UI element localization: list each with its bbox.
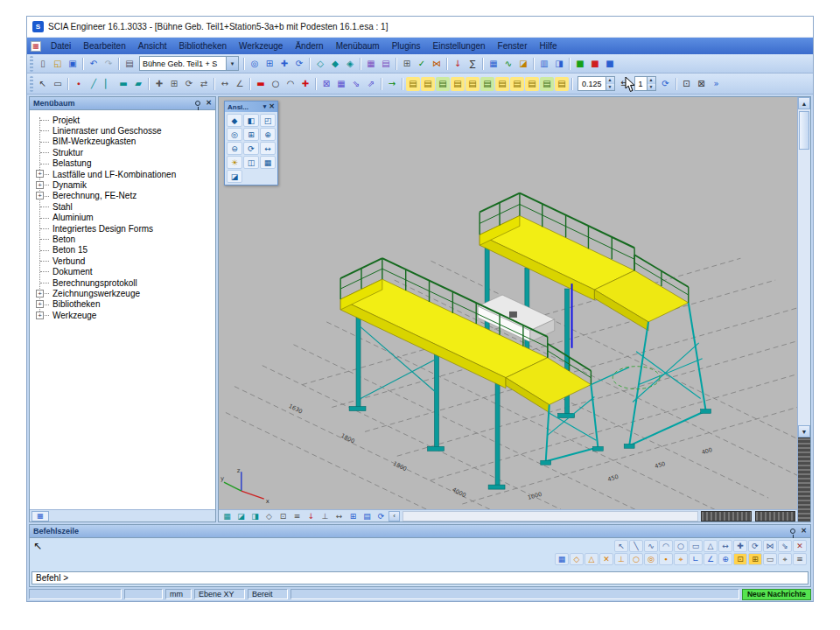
rotate-view-icon[interactable]: ⟳ bbox=[292, 57, 306, 71]
wireframe-mode-icon[interactable]: ▦ bbox=[220, 510, 234, 522]
blue-cube-icon[interactable]: ■ bbox=[603, 57, 617, 71]
cursor-step-icon[interactable]: ▭ bbox=[763, 553, 777, 565]
member-icon[interactable]: ╱ bbox=[87, 77, 101, 91]
table-input-icon[interactable]: ▦ bbox=[334, 77, 348, 91]
tree-expander-icon[interactable] bbox=[36, 224, 44, 232]
line-tool-icon[interactable]: ╲ bbox=[629, 540, 643, 552]
angle-dim-icon[interactable]: ∠ bbox=[233, 77, 247, 91]
tree-item-label[interactable]: Verbund bbox=[52, 256, 85, 266]
tree-item-label[interactable]: Struktur bbox=[52, 148, 83, 158]
snap-settings-icon[interactable]: ≡ bbox=[793, 553, 807, 565]
tree-item[interactable]: Lastfälle und LF-Kombinationen bbox=[30, 169, 215, 179]
clipboard-icon[interactable]: ⊠ bbox=[319, 77, 333, 91]
tree-item[interactable]: Dynamik bbox=[30, 179, 215, 190]
repeat-spinner[interactable]: 1 ▲▼ bbox=[634, 76, 656, 91]
menu-item[interactable]: Einstellungen bbox=[427, 39, 492, 52]
hidden-line-mode-icon[interactable]: ◨ bbox=[248, 510, 262, 522]
tree-item[interactable]: Beton bbox=[30, 234, 215, 244]
view-palette-header[interactable]: Ansi... ▾ ✕ bbox=[225, 102, 277, 112]
pan-view-icon[interactable]: ↔ bbox=[260, 142, 276, 155]
drawing-layer-icon-4[interactable]: ▤ bbox=[451, 77, 465, 91]
combinations-icon[interactable]: ∑ bbox=[466, 57, 480, 71]
tree-item[interactable]: Werkzeuge bbox=[30, 310, 215, 320]
tree-item[interactable]: Aluminium bbox=[30, 213, 215, 223]
close-icon[interactable]: ✕ bbox=[206, 100, 212, 107]
tree-item[interactable]: Integriertes Design Forms bbox=[30, 223, 215, 234]
model-tab-icon[interactable]: ▦ bbox=[32, 511, 49, 522]
zoom-all-icon[interactable]: ◎ bbox=[248, 57, 262, 71]
print-icon[interactable]: ▤ bbox=[122, 57, 136, 71]
calculator-icon[interactable]: ⊞ bbox=[400, 57, 414, 71]
select-window-icon[interactable]: ▭ bbox=[51, 77, 65, 91]
drawing-layer-icon-8[interactable]: ▤ bbox=[510, 77, 524, 91]
import-icon[interactable]: ⇗ bbox=[364, 77, 378, 91]
tree-item-label[interactable]: Stahl bbox=[52, 202, 73, 212]
check-structure-icon[interactable]: ✓ bbox=[415, 57, 429, 71]
supports-display-icon[interactable]: ⊥ bbox=[318, 510, 332, 522]
spinner-down-icon[interactable]: ▼ bbox=[606, 84, 614, 91]
menu-item[interactable]: Bearbeiten bbox=[77, 39, 131, 52]
mirror-icon[interactable]: ⇄ bbox=[197, 77, 211, 91]
more-tools-icon[interactable]: » bbox=[710, 77, 724, 91]
tree-item-label[interactable]: Aluminium bbox=[52, 213, 94, 222]
view-axonometric-icon[interactable]: ◆ bbox=[227, 114, 242, 127]
layers-icon[interactable]: ▤ bbox=[379, 57, 393, 71]
dimensions-display-icon[interactable]: ↔ bbox=[332, 510, 346, 522]
menu-item[interactable]: Fenster bbox=[492, 39, 534, 52]
select-arrow-icon[interactable]: ↖ bbox=[36, 77, 50, 91]
perspective-icon[interactable]: ◇ bbox=[262, 510, 276, 522]
coordinates-icon[interactable]: ⌖ bbox=[778, 553, 792, 565]
connect-members-icon[interactable]: ⋈ bbox=[430, 57, 444, 71]
tree-item-label[interactable]: Bibliotheken bbox=[52, 299, 100, 309]
chevron-down-icon[interactable]: ▾ bbox=[226, 57, 238, 70]
drawing-layer-icon-9[interactable]: ▤ bbox=[525, 77, 539, 91]
refresh-view-icon[interactable]: ⟳ bbox=[659, 77, 673, 91]
labels-icon[interactable]: ≡ bbox=[290, 510, 304, 522]
zoom-all-icon[interactable]: ◎ bbox=[227, 128, 242, 141]
hidden-line-icon[interactable]: ◈ bbox=[343, 57, 357, 71]
tree-item-label[interactable]: Dynamik bbox=[52, 180, 87, 190]
view-settings-icon[interactable]: ▦ bbox=[260, 156, 276, 169]
tree-item-label[interactable]: Beton 15 bbox=[52, 245, 88, 255]
tree-item-label[interactable]: Zeichnungswerkzeuge bbox=[52, 289, 140, 298]
tree-item-label[interactable]: Berechnung, FE-Netz bbox=[52, 191, 136, 200]
drawing-layer-icon-10[interactable]: ▤ bbox=[540, 77, 554, 91]
tree-expander-icon[interactable] bbox=[36, 246, 44, 254]
drawing-layer-icon-7[interactable]: ▤ bbox=[495, 77, 509, 91]
green-cube-icon[interactable]: ■ bbox=[573, 57, 587, 71]
red-cube-icon[interactable]: ■ bbox=[588, 57, 602, 71]
tree-expander-icon[interactable] bbox=[36, 257, 44, 265]
tree-item[interactable]: Bibliotheken bbox=[30, 299, 215, 310]
tree-item-label[interactable]: Projekt bbox=[52, 116, 80, 125]
spinner-down-icon[interactable]: ▼ bbox=[648, 84, 655, 91]
rotate-tool-icon[interactable]: ⟳ bbox=[748, 540, 762, 552]
redo-icon[interactable]: ↷ bbox=[102, 57, 116, 71]
tree-item-label[interactable]: Beton bbox=[52, 234, 75, 244]
zoom-window-icon[interactable]: ⊞ bbox=[243, 128, 259, 141]
drawing-layer-icon-5[interactable]: ▤ bbox=[466, 77, 480, 91]
tree-item-label[interactable]: Dokument bbox=[52, 267, 93, 276]
node-icon[interactable]: ∙ bbox=[72, 77, 86, 91]
model-canvas[interactable]: 1630 1800 1800 4000 1000 450 450 400 bbox=[219, 97, 797, 509]
spinner-up-icon[interactable]: ▲ bbox=[606, 77, 614, 84]
view-front-icon[interactable]: ◧ bbox=[243, 114, 259, 127]
tree-expander-icon[interactable] bbox=[36, 214, 44, 221]
snap-center-icon[interactable]: ◎ bbox=[644, 553, 658, 565]
view-top-icon[interactable]: ◰ bbox=[260, 114, 276, 127]
object-tracking-icon[interactable]: ⊕ bbox=[718, 553, 732, 565]
close-icon[interactable]: ✕ bbox=[801, 528, 807, 535]
circle-tool-icon[interactable]: ○ bbox=[674, 540, 688, 552]
select-tool-icon[interactable]: ↖ bbox=[614, 540, 628, 552]
tree-item-label[interactable]: Werkzeuge bbox=[52, 311, 96, 320]
tree-item[interactable]: Struktur bbox=[30, 147, 215, 158]
vertical-scrollbar[interactable] bbox=[798, 109, 810, 425]
menu-item[interactable]: Hilfe bbox=[533, 39, 563, 52]
tree-item-label[interactable]: Belastung bbox=[52, 158, 91, 168]
tree-item[interactable]: Berechnung, FE-Netz bbox=[30, 191, 215, 201]
tree-expander-icon[interactable] bbox=[36, 235, 44, 243]
drawing-layer-icon-2[interactable]: ▤ bbox=[421, 77, 435, 91]
drawing-layer-icon-11[interactable]: ▤ bbox=[555, 77, 569, 91]
menu-item[interactable]: Ansicht bbox=[132, 39, 173, 52]
snap-intersection-icon[interactable]: ✕ bbox=[599, 553, 613, 565]
menu-item[interactable]: Menübaum bbox=[330, 39, 386, 52]
